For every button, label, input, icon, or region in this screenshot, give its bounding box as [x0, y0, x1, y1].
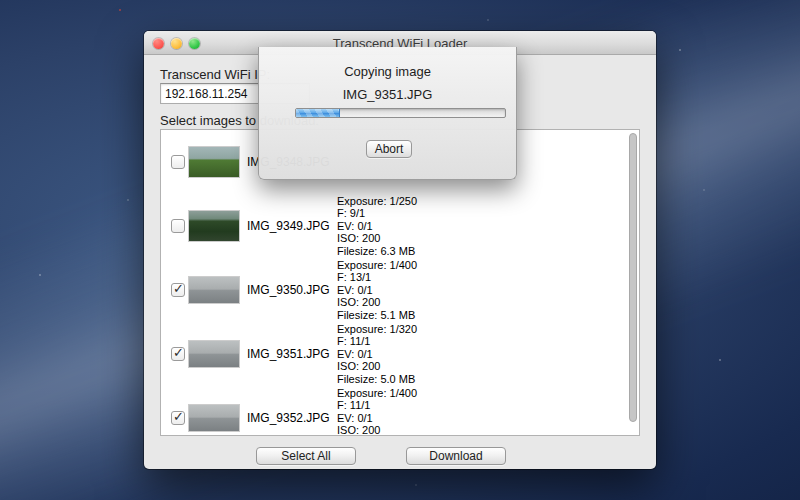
scrollbar-thumb[interactable] [629, 133, 637, 422]
image-filename: IMG_9352.JPG [247, 411, 337, 425]
abort-button[interactable]: Abort [366, 140, 412, 158]
image-checkbox[interactable] [171, 411, 185, 425]
image-filename: IMG_9349.JPG [247, 219, 337, 233]
image-row: IMG_9349.JPG Exposure: 1/250 F: 9/1 EV: … [161, 194, 639, 258]
image-row: IMG_9352.JPG Exposure: 1/400 F: 11/1 EV:… [161, 386, 639, 436]
desktop-background: Transcend WiFi Loader Transcend WiFi IP:… [0, 0, 800, 500]
image-checkbox[interactable] [171, 155, 185, 169]
image-filename: IMG_9351.JPG [247, 347, 337, 361]
image-filename: IMG_9350.JPG [247, 283, 337, 297]
dialog-filename: IMG_9351.JPG [259, 87, 516, 102]
image-exif: Exposure: 1/250 F: 9/1 EV: 0/1 ISO: 200 … [337, 195, 417, 258]
select-all-button[interactable]: Select All [256, 447, 356, 465]
progress-bar [295, 108, 506, 118]
image-row: IMG_9351.JPG Exposure: 1/320 F: 11/1 EV:… [161, 322, 639, 386]
image-checkbox[interactable] [171, 283, 185, 297]
image-exif: Exposure: 1/320 F: 11/1 EV: 0/1 ISO: 200… [337, 323, 417, 386]
image-thumbnail [189, 341, 239, 367]
image-thumbnail [189, 405, 239, 431]
copy-progress-dialog: Copying image IMG_9351.JPG Abort [258, 47, 517, 180]
dialog-title: Copying image [259, 64, 516, 79]
image-thumbnail [189, 147, 239, 177]
image-checkbox[interactable] [171, 347, 185, 361]
image-thumbnail [189, 277, 239, 303]
progress-fill [296, 109, 340, 117]
image-exif: Exposure: 1/400 F: 13/1 EV: 0/1 ISO: 200… [337, 259, 417, 322]
image-row: IMG_9350.JPG Exposure: 1/400 F: 13/1 EV:… [161, 258, 639, 322]
image-checkbox[interactable] [171, 219, 185, 233]
scrollbar[interactable] [629, 132, 637, 433]
download-button[interactable]: Download [406, 447, 506, 465]
image-thumbnail [189, 211, 239, 241]
ip-label: Transcend WiFi IP: [160, 67, 270, 82]
image-exif: Exposure: 1/400 F: 11/1 EV: 0/1 ISO: 200… [337, 387, 417, 436]
